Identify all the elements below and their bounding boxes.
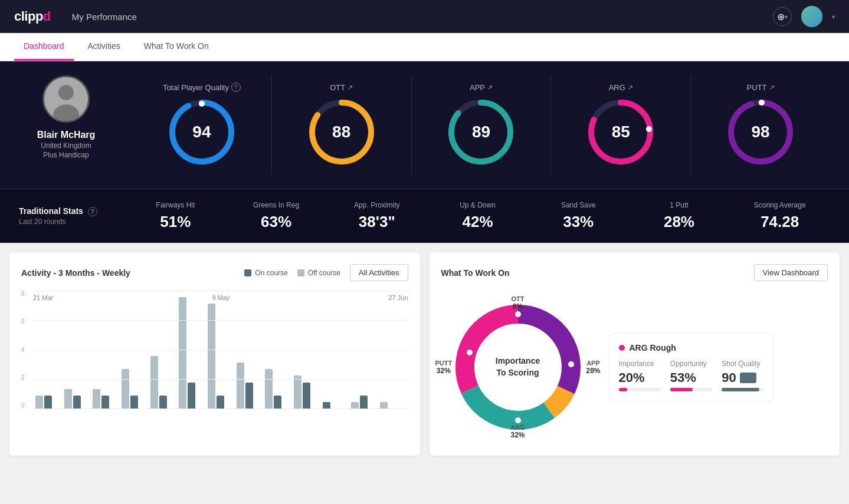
bar-on-course bbox=[245, 383, 253, 409]
bar-group bbox=[265, 369, 291, 409]
ott-value: 88 bbox=[332, 123, 350, 141]
what-to-work-on-panel: What To Work On View Dashboard bbox=[430, 252, 840, 456]
chart-area bbox=[33, 291, 408, 409]
score-arg: ARG ↗ 85 bbox=[550, 75, 690, 174]
player-country: United Kingdom bbox=[41, 141, 91, 150]
bar-group bbox=[122, 369, 147, 409]
nav-right: ⊕ ▾ ▾ bbox=[773, 6, 835, 27]
arg-stat-importance: Importance 20% bbox=[619, 360, 661, 391]
help-icon[interactable]: ? bbox=[88, 207, 97, 216]
arg-label: ARG 32% bbox=[510, 424, 525, 439]
bar-on-course bbox=[130, 396, 138, 409]
stats-sublabel: Last 20 rounds bbox=[19, 218, 125, 226]
arg-indicator-dot bbox=[619, 345, 625, 351]
putt-ring: 98 bbox=[725, 97, 796, 167]
top-nav: clippd My Performance ⊕ ▾ ▾ bbox=[0, 0, 849, 33]
stats-label: Traditional Stats ? bbox=[19, 206, 125, 217]
bar-on-course bbox=[159, 396, 167, 409]
svg-point-21 bbox=[515, 417, 521, 423]
total-quality-label: Total Player Quality ? bbox=[163, 83, 241, 92]
bar-group bbox=[64, 389, 90, 409]
scores-section: Total Player Quality ? 94 OTT ↗ bbox=[132, 75, 830, 174]
stat-1putt: 1 Putt 28% bbox=[629, 201, 730, 231]
grid-line bbox=[33, 379, 408, 380]
score-ott: OTT ↗ 88 bbox=[271, 75, 411, 174]
bar-group bbox=[380, 402, 406, 409]
bar-on-course bbox=[44, 396, 52, 409]
wtwo-header: What To Work On View Dashboard bbox=[441, 264, 828, 281]
arrow-up-icon: ↗ bbox=[487, 84, 493, 91]
ott-ring: 88 bbox=[306, 97, 377, 167]
tab-what-to-work-on[interactable]: What To Work On bbox=[135, 33, 218, 61]
bar-off-course bbox=[179, 297, 186, 409]
activity-chart-panel: Activity - 3 Months - Weekly On course O… bbox=[9, 252, 420, 456]
app-value: 89 bbox=[472, 123, 490, 141]
page-title: My Performance bbox=[72, 12, 137, 22]
player-avatar bbox=[42, 75, 90, 123]
bar-on-course bbox=[188, 383, 195, 409]
chart-title: Activity - 3 Months - Weekly bbox=[21, 268, 244, 278]
bar-off-course bbox=[380, 402, 388, 409]
legend-off-course: Off course bbox=[297, 269, 340, 277]
importance-bar bbox=[619, 388, 661, 391]
stats-row: Traditional Stats ? Last 20 rounds Fairw… bbox=[0, 189, 849, 243]
donut-chart: Importance To Scoring OTT 8% APP 28% ARG… bbox=[441, 291, 595, 444]
bar-group bbox=[208, 304, 234, 409]
plus-icon: ⊕ bbox=[777, 11, 785, 22]
tab-dashboard[interactable]: Dashboard bbox=[14, 33, 74, 61]
chevron-down-icon: ▾ bbox=[785, 14, 788, 20]
bar-group bbox=[35, 396, 61, 409]
avatar-chevron-icon: ▾ bbox=[832, 14, 835, 20]
wtwo-title: What To Work On bbox=[441, 268, 754, 278]
arg-value: 85 bbox=[612, 123, 630, 141]
score-putt: PUTT ↗ 98 bbox=[690, 75, 830, 174]
bar-chart: 8 6 4 2 0 21 Mar 9 May 27 Jun bbox=[21, 291, 408, 420]
tabs-bar: Dashboard Activities What To Work On bbox=[0, 33, 849, 61]
bar-off-course bbox=[294, 375, 301, 409]
help-icon[interactable]: ? bbox=[231, 83, 241, 92]
bar-off-course bbox=[93, 389, 100, 409]
bar-on-course bbox=[360, 396, 368, 409]
donut-center-text: Importance To Scoring bbox=[496, 355, 540, 378]
tab-activities[interactable]: Activities bbox=[78, 33, 130, 61]
bar-off-course bbox=[265, 369, 273, 409]
arg-stat-shot-quality: Shot Quality 90 bbox=[722, 360, 763, 391]
score-app: APP ↗ 89 bbox=[411, 75, 551, 174]
bar-group bbox=[323, 402, 349, 409]
bottom-panels: Activity - 3 Months - Weekly On course O… bbox=[0, 243, 849, 465]
arg-highlight-card: ARG Rough Importance 20% Opportunity 53% bbox=[609, 333, 774, 401]
shot-quality-bar bbox=[722, 388, 763, 391]
shot-quality-bar-mini bbox=[740, 373, 756, 383]
add-button[interactable]: ⊕ ▾ bbox=[773, 7, 792, 26]
wtwo-content: Importance To Scoring OTT 8% APP 28% ARG… bbox=[441, 291, 828, 444]
svg-point-12 bbox=[759, 100, 765, 106]
view-dashboard-button[interactable]: View Dashboard bbox=[754, 264, 828, 281]
player-info: Blair McHarg United Kingdom Plus Handica… bbox=[19, 75, 113, 159]
chart-header: Activity - 3 Months - Weekly On course O… bbox=[21, 264, 408, 281]
stat-app-proximity: App. Proximity 38'3" bbox=[326, 201, 427, 231]
app-label: APP 28% bbox=[586, 360, 600, 375]
bar-on-course bbox=[323, 402, 330, 409]
stat-greens-in-reg: Greens In Reg 63% bbox=[226, 201, 327, 231]
svg-point-19 bbox=[568, 361, 574, 367]
score-total-quality: Total Player Quality ? 94 bbox=[132, 75, 271, 174]
arg-stats-row: Importance 20% Opportunity 53% bbox=[619, 360, 764, 391]
bar-off-course bbox=[64, 389, 72, 409]
hero-section: Blair McHarg United Kingdom Plus Handica… bbox=[0, 61, 849, 189]
bar-off-course bbox=[150, 356, 158, 409]
legend-on-course-dot bbox=[244, 269, 251, 276]
all-activities-button[interactable]: All Activities bbox=[350, 264, 408, 281]
stat-up-down: Up & Down 42% bbox=[427, 201, 528, 231]
avatar-image bbox=[44, 77, 88, 121]
app-ring: 89 bbox=[445, 97, 516, 167]
avatar[interactable] bbox=[801, 6, 822, 27]
bar-off-course bbox=[208, 304, 215, 409]
svg-point-20 bbox=[467, 350, 473, 355]
arrow-up-icon: ↗ bbox=[769, 84, 775, 91]
bar-on-course bbox=[274, 396, 281, 409]
stat-sand-save: Sand Save 33% bbox=[528, 201, 629, 231]
legend-off-course-dot bbox=[297, 269, 304, 276]
logo: clippd bbox=[14, 9, 51, 24]
ott-label: OTT 8% bbox=[512, 295, 525, 311]
bar-group bbox=[294, 375, 320, 409]
